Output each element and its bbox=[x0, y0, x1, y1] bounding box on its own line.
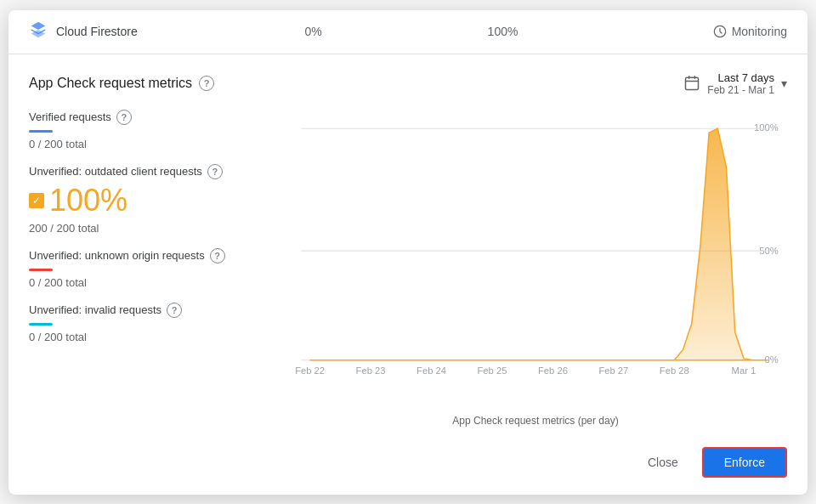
date-filter-range: Feb 21 - Mar 1 bbox=[707, 84, 774, 96]
date-filter-text: Last 7 days Feb 21 - Mar 1 bbox=[707, 71, 774, 96]
verified-line bbox=[29, 130, 53, 133]
date-filter[interactable]: Last 7 days Feb 21 - Mar 1 ▾ bbox=[683, 71, 787, 96]
monitoring-label: Monitoring bbox=[732, 25, 787, 38]
svg-text:0%: 0% bbox=[765, 354, 779, 364]
chart-area: 100% 50% 0% bbox=[284, 110, 787, 433]
chart-x-label: App Check request metrics (per day) bbox=[284, 411, 787, 433]
calendar-icon bbox=[683, 75, 700, 92]
main-content: App Check request metrics ? Last 7 days … bbox=[8, 54, 808, 433]
firestore-icon bbox=[29, 20, 48, 43]
metric-outdated-label: Unverified: outdated client requests ? bbox=[29, 164, 277, 179]
footer: Close Enforce bbox=[8, 433, 808, 495]
svg-text:Feb 27: Feb 27 bbox=[598, 365, 628, 376]
monitoring-section: Monitoring bbox=[598, 25, 787, 38]
metrics-panel: Verified requests ? 0 / 200 total Unveri… bbox=[29, 110, 284, 433]
section-title-text: App Check request metrics bbox=[29, 76, 192, 91]
outdated-help-icon[interactable]: ? bbox=[207, 164, 223, 179]
percent-100: 100% bbox=[408, 25, 598, 38]
clock-icon bbox=[713, 25, 727, 38]
invalid-line bbox=[29, 323, 53, 326]
svg-text:Mar 1: Mar 1 bbox=[732, 365, 756, 376]
chevron-down-icon: ▾ bbox=[781, 76, 787, 90]
svg-text:Feb 26: Feb 26 bbox=[538, 365, 568, 376]
svg-rect-1 bbox=[686, 77, 699, 89]
metric-invalid-label: Unverified: invalid requests ? bbox=[29, 303, 277, 318]
top-bar: Cloud Firestore 0% 100% Monitoring bbox=[8, 10, 808, 54]
svg-text:Feb 23: Feb 23 bbox=[356, 365, 386, 376]
unknown-help-icon[interactable]: ? bbox=[210, 248, 225, 263]
metric-invalid: Unverified: invalid requests ? 0 / 200 t… bbox=[29, 303, 277, 343]
date-filter-label: Last 7 days bbox=[718, 71, 775, 84]
svg-text:Feb 22: Feb 22 bbox=[295, 365, 325, 376]
verified-help-icon[interactable]: ? bbox=[116, 110, 132, 125]
metric-unknown: Unverified: unknown origin requests ? 0 … bbox=[29, 248, 277, 289]
metric-outdated-percentage: ✓ 100% bbox=[29, 183, 277, 218]
svg-text:100%: 100% bbox=[754, 122, 779, 133]
checkbox-checked-icon: ✓ bbox=[29, 193, 44, 208]
unknown-line bbox=[29, 269, 53, 271]
invalid-count: 0 / 200 total bbox=[29, 331, 277, 343]
enforce-button[interactable]: Enforce bbox=[702, 447, 787, 478]
invalid-help-icon[interactable]: ? bbox=[167, 303, 182, 318]
chart-svg: 100% 50% 0% bbox=[284, 110, 787, 382]
body-layout: Verified requests ? 0 / 200 total Unveri… bbox=[29, 110, 787, 433]
outdated-count: 200 / 200 total bbox=[29, 222, 277, 235]
svg-text:Feb 25: Feb 25 bbox=[477, 365, 507, 376]
svg-text:Feb 24: Feb 24 bbox=[416, 365, 446, 376]
section-title: App Check request metrics ? bbox=[29, 76, 214, 91]
help-icon[interactable]: ? bbox=[199, 76, 214, 91]
chart-svg-wrapper: 100% 50% 0% bbox=[284, 110, 787, 411]
metric-unknown-label: Unverified: unknown origin requests ? bbox=[29, 248, 277, 263]
section-header: App Check request metrics ? Last 7 days … bbox=[29, 71, 787, 96]
metric-verified: Verified requests ? 0 / 200 total bbox=[29, 110, 277, 150]
metric-verified-label: Verified requests ? bbox=[29, 110, 277, 125]
unknown-count: 0 / 200 total bbox=[29, 276, 277, 289]
percent-0: 0% bbox=[218, 25, 408, 38]
svg-text:Feb 28: Feb 28 bbox=[660, 365, 689, 376]
close-button[interactable]: Close bbox=[634, 449, 692, 476]
service-info: Cloud Firestore bbox=[29, 20, 218, 43]
verified-count: 0 / 200 total bbox=[29, 138, 277, 150]
app-check-dialog: Cloud Firestore 0% 100% Monitoring App C… bbox=[8, 10, 808, 495]
service-name: Cloud Firestore bbox=[56, 25, 138, 38]
metric-outdated: Unverified: outdated client requests ? ✓… bbox=[29, 164, 277, 235]
svg-marker-8 bbox=[310, 128, 768, 360]
